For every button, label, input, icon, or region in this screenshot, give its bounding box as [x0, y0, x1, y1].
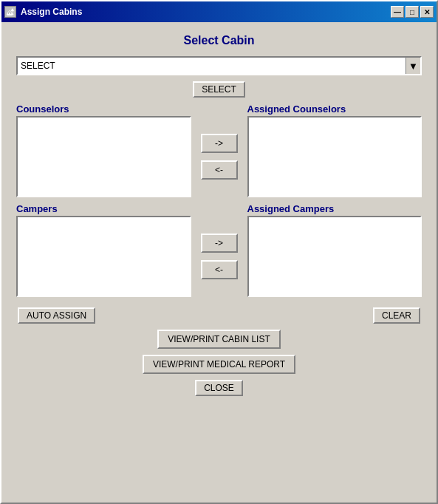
assigned-campers-list — [249, 217, 421, 296]
campers-assign-left-button[interactable]: <- — [201, 260, 238, 279]
campers-labels-row: Campers Assigned Campers — [16, 203, 422, 214]
select-btn-row: SELECT — [16, 81, 422, 98]
assigned-campers-label: Assigned Campers — [247, 203, 335, 214]
close-button[interactable]: CLOSE — [195, 380, 243, 396]
counselors-list-box[interactable] — [16, 116, 191, 197]
bottom-buttons: AUTO ASSIGN CLEAR VIEW/PRINT CABIN LIST … — [16, 303, 422, 396]
campers-label-left: Campers — [16, 203, 191, 214]
campers-assign-right-button[interactable]: -> — [201, 234, 238, 253]
counselors-assign-left-button[interactable]: <- — [201, 160, 238, 180]
counselors-section: Counselors Assigned Counselors -> <- — [16, 103, 422, 197]
view-print-cabin-button[interactable]: VIEW/PRINT CABIN LIST — [157, 330, 280, 349]
assigned-campers-list-box[interactable] — [247, 216, 422, 297]
minimize-button[interactable]: — — [391, 6, 404, 18]
counselors-label: Counselors — [16, 103, 69, 115]
auto-assign-clear-row: AUTO ASSIGN CLEAR — [16, 307, 422, 324]
content-area: Select Cabin ▼ SELECT Counselors Assigne… — [1, 22, 437, 503]
window-title: Assign Cabins — [21, 7, 82, 17]
main-window: 🏕 Assign Cabins — □ ✕ Select Cabin ▼ SEL… — [0, 0, 438, 504]
select-button[interactable]: SELECT — [193, 81, 245, 98]
assigned-counselors-label-right: Assigned Counselors — [247, 103, 422, 115]
counselors-arrow-buttons: -> <- — [197, 134, 242, 180]
auto-assign-button[interactable]: AUTO ASSIGN — [18, 307, 95, 324]
assigned-counselors-label: Assigned Counselors — [247, 103, 346, 115]
campers-label-spacer — [197, 203, 242, 214]
counselors-list — [18, 118, 190, 196]
maximize-button[interactable]: □ — [406, 6, 419, 18]
counselors-labels-row: Counselors Assigned Counselors — [16, 103, 422, 115]
title-bar-left: 🏕 Assign Cabins — [4, 6, 82, 18]
campers-section: Campers Assigned Campers -> <- — [16, 203, 422, 297]
assigned-counselors-list — [249, 118, 421, 196]
clear-button[interactable]: CLEAR — [373, 307, 420, 324]
campers-label: Campers — [16, 203, 58, 214]
assigned-counselors-list-box[interactable] — [247, 116, 422, 197]
counselors-label-spacer — [197, 103, 242, 115]
title-bar: 🏕 Assign Cabins — □ ✕ — [1, 1, 437, 22]
chevron-down-icon: ▼ — [408, 61, 418, 72]
assigned-campers-label-right: Assigned Campers — [247, 203, 422, 214]
cabin-select-input[interactable] — [18, 58, 406, 74]
counselors-assign-right-button[interactable]: -> — [201, 134, 238, 153]
close-window-button[interactable]: ✕ — [420, 6, 434, 18]
campers-list — [18, 217, 190, 296]
counselors-dual-list-row: -> <- — [16, 116, 422, 197]
cabin-dropdown-wrapper[interactable]: ▼ — [16, 56, 422, 75]
campers-arrow-buttons: -> <- — [197, 234, 242, 279]
campers-dual-list-row: -> <- — [16, 216, 422, 297]
app-icon: 🏕 — [4, 6, 16, 18]
campers-list-box[interactable] — [16, 216, 191, 297]
view-print-medical-button[interactable]: VIEW/PRINT MEDICAL REPORT — [143, 355, 295, 374]
page-title: Select Cabin — [16, 30, 422, 50]
counselors-label-left: Counselors — [16, 103, 191, 115]
dropdown-arrow-button[interactable]: ▼ — [406, 58, 420, 74]
title-bar-controls: — □ ✕ — [391, 6, 434, 18]
